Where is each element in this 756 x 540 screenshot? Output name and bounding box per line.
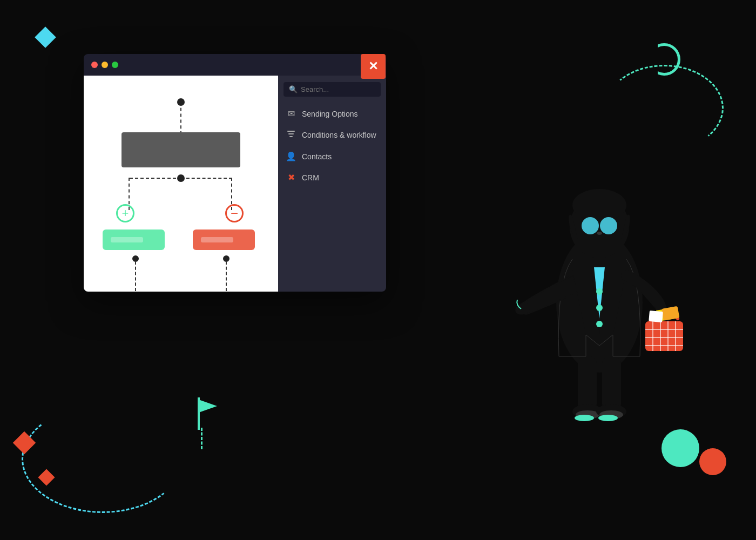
- window-titlebar: [84, 54, 386, 76]
- window-controls: [91, 62, 118, 68]
- svg-point-13: [598, 415, 618, 421]
- crm-label: CRM: [302, 173, 319, 182]
- svg-point-27: [597, 232, 602, 235]
- close-button[interactable]: ✕: [361, 54, 386, 79]
- diamond-decoration-top-left: [35, 26, 56, 48]
- circle-decoration-orange: [699, 448, 726, 475]
- svg-rect-6: [578, 356, 597, 410]
- svg-point-12: [575, 415, 594, 421]
- person-icon: 👤: [286, 151, 296, 161]
- flag-line-decoration: [201, 428, 202, 449]
- sidebar-item-sending-options[interactable]: ✉ Sending Options: [278, 103, 386, 124]
- svg-rect-2: [287, 131, 295, 132]
- svg-rect-38: [649, 310, 663, 322]
- main-window: + − 🔍 ✉ Sendin: [84, 54, 386, 292]
- svg-point-18: [596, 305, 603, 311]
- svg-marker-1: [199, 400, 217, 413]
- flow-button-green[interactable]: [103, 230, 165, 250]
- flow-node-mid: [177, 174, 185, 182]
- sidebar-panel: 🔍 ✉ Sending Options Conditions & workflo…: [278, 76, 386, 292]
- flow-main-block[interactable]: [122, 132, 240, 167]
- flow-button-orange[interactable]: [193, 230, 255, 250]
- svg-point-19: [596, 321, 603, 327]
- dotted-arc-bottom-left: [22, 405, 184, 513]
- flow-line-top: [180, 102, 181, 134]
- flow-line-down-left2: [135, 261, 136, 291]
- maximize-dot[interactable]: [112, 62, 118, 68]
- diamond-decoration-bottom-left-2: [38, 469, 55, 485]
- conditions-workflow-label: Conditions & workflow: [302, 131, 376, 139]
- diamond-decoration-bottom-left-1: [13, 431, 36, 454]
- character-illustration: [508, 108, 691, 443]
- flow-node-top: [177, 98, 185, 106]
- email-icon: ✉: [286, 109, 296, 119]
- canvas-area: + −: [84, 76, 278, 292]
- svg-point-17: [596, 288, 603, 295]
- close-dot[interactable]: [91, 62, 98, 68]
- svg-rect-4: [289, 136, 293, 137]
- window-body: + − 🔍 ✉ Sendin: [84, 76, 386, 292]
- svg-rect-3: [288, 133, 294, 134]
- svg-rect-28: [645, 321, 683, 351]
- svg-point-24: [582, 217, 599, 234]
- search-icon: 🔍: [289, 85, 298, 93]
- crm-icon: ✖: [286, 172, 296, 183]
- flow-branch-left: [130, 178, 181, 179]
- search-input[interactable]: [301, 85, 375, 93]
- minimize-dot[interactable]: [102, 62, 108, 68]
- sidebar-item-crm[interactable]: ✖ CRM: [278, 167, 386, 188]
- svg-point-23: [572, 189, 626, 221]
- contacts-label: Contacts: [302, 152, 332, 161]
- add-branch-icon[interactable]: +: [116, 204, 134, 222]
- flowchart: + −: [84, 76, 278, 292]
- flow-branch-right: [181, 178, 232, 179]
- flag-decoration: [194, 397, 221, 432]
- svg-point-25: [600, 217, 617, 234]
- search-box[interactable]: 🔍: [284, 82, 381, 97]
- sending-options-label: Sending Options: [302, 110, 358, 118]
- remove-branch-icon[interactable]: −: [225, 204, 244, 222]
- svg-rect-7: [602, 356, 621, 410]
- filter-icon: [286, 130, 296, 140]
- moon-decoration: [648, 43, 680, 76]
- sidebar-item-conditions-workflow[interactable]: Conditions & workflow: [278, 124, 386, 146]
- flow-line-down-right2: [226, 261, 227, 291]
- sidebar-item-contacts[interactable]: 👤 Contacts: [278, 146, 386, 167]
